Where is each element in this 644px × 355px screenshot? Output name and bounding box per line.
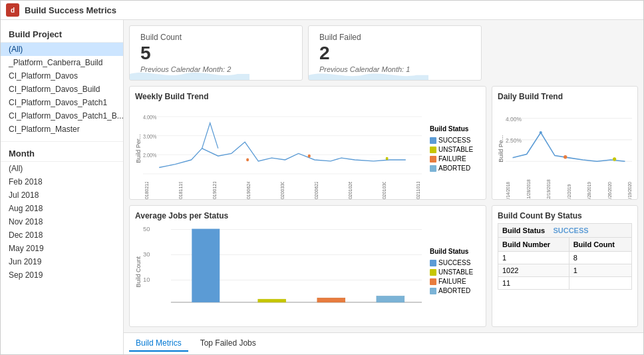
avg-jobs-title: Average Jobs per Status	[135, 211, 480, 220]
avg-legend-aborted: ABORTED	[430, 287, 480, 294]
build-number-header: Build Number	[498, 237, 569, 251]
sidebar-item-month[interactable]: May 2019	[1, 242, 123, 255]
legend-aborted: ABORTED	[430, 165, 480, 172]
sidebar-item-month[interactable]: Sep 2019	[1, 268, 123, 282]
svg-text:4.00%: 4.00%	[506, 116, 522, 123]
months-list: (All)Feb 2018Jul 2018Aug 2018Nov 2018Dec…	[1, 162, 123, 282]
sidebar-item-project[interactable]: CI_Platform_Davos	[1, 69, 123, 83]
avg-jobs-card: Average Jobs per Status Build Count	[129, 205, 486, 327]
sidebar-item-project[interactable]: CI_Platform_Davos_Patch1_B...	[1, 109, 123, 123]
avg-legend-failure: FAILURE	[430, 278, 480, 285]
table-row: 11	[498, 276, 632, 289]
daily-y-label: Build Pe...	[498, 104, 504, 194]
build-project-title: Build Project	[1, 25, 123, 43]
sidebar-item-project[interactable]: CI_Platform_Davos_Patch1	[1, 96, 123, 109]
avg-jobs-svg: 10 30 50	[143, 223, 422, 306]
svg-rect-18	[258, 299, 286, 302]
bottom-bar: Build MetricsTop Failed Jobs	[124, 332, 643, 354]
sidebar-divider	[1, 141, 123, 142]
legend-failure: FAILURE	[430, 155, 480, 163]
daily-svg: 2.50% 4.00%	[506, 104, 632, 176]
avg-jobs-legend: Build Status SUCCESS UNSTABLE	[427, 223, 480, 320]
svg-rect-20	[377, 296, 404, 302]
weekly-legend: Build Status SUCCESS UNSTABLE	[427, 104, 480, 194]
month-section: Month (All)Feb 2018Jul 2018Aug 2018Nov 2…	[1, 145, 123, 282]
title-bar: d Build Success Metrics	[1, 1, 643, 20]
charts-area: Weekly Build Trend Build Per...	[124, 86, 643, 332]
svg-point-9	[386, 157, 389, 160]
right-panel: Build Count 5 Previous Calendar Month: 2…	[124, 20, 643, 354]
weekly-svg: 2.00% 3.00% 4.00%	[143, 104, 422, 180]
wave-decoration	[130, 68, 249, 80]
build-count-title: Build Count	[140, 33, 291, 42]
sidebar-item-month[interactable]: Feb 2018	[1, 175, 123, 188]
sidebar-item-project[interactable]: CI_Platform_Davos_Build	[1, 83, 123, 96]
build-count-status-card: Build Count By Status Build Status SUCCE…	[492, 205, 638, 327]
sidebar-item-month[interactable]: Jun 2019	[1, 255, 123, 268]
svg-point-8	[308, 155, 311, 158]
status-header: Build Status SUCCESS	[498, 223, 632, 237]
build-count-card: Build Count 5 Previous Calendar Month: 2	[129, 25, 303, 81]
svg-rect-19	[317, 298, 345, 302]
sidebar-item-month[interactable]: Jul 2018	[1, 188, 123, 202]
svg-rect-17	[192, 228, 220, 302]
svg-point-32	[613, 157, 616, 161]
legend-success: SUCCESS	[430, 137, 480, 144]
sidebar-item-month[interactable]: Aug 2018	[1, 202, 123, 215]
weekly-y-label: Build Per...	[135, 104, 142, 194]
tabs-container: Build MetricsTop Failed Jobs	[129, 336, 263, 352]
svg-text:2.00%: 2.00%	[143, 152, 157, 159]
build-project-section: Build Project (All)_Platform_Canberra_Bu…	[1, 25, 123, 136]
table-row: 10221	[498, 264, 632, 276]
status-table: Build Status SUCCESS Build Number Build …	[498, 223, 632, 290]
month-title: Month	[1, 145, 123, 162]
build-failed-title: Build Failed	[319, 33, 470, 42]
build-failed-card: Build Failed 2 Previous Calendar Month: …	[308, 25, 482, 81]
svg-text:4.00%: 4.00%	[143, 114, 157, 121]
tab[interactable]: Build Metrics	[129, 336, 188, 352]
svg-point-7	[246, 158, 249, 161]
table-row: 18	[498, 251, 632, 264]
wave-decoration-2	[309, 68, 428, 80]
right-charts: Daily Build Trend Build Pe... 2.50% 4.00…	[492, 86, 638, 327]
legend-unstable: UNSTABLE	[430, 146, 480, 153]
tab[interactable]: Top Failed Jobs	[194, 336, 263, 352]
svg-point-30	[540, 131, 542, 134]
svg-point-31	[564, 155, 567, 159]
weekly-chart-card: Weekly Build Trend Build Per...	[129, 86, 486, 200]
sidebar-item-project[interactable]: _Platform_Canberra_Build	[1, 56, 123, 69]
app-logo: d	[6, 3, 19, 17]
left-charts: Weekly Build Trend Build Per...	[129, 86, 486, 327]
weekly-chart-area: 2.00% 3.00% 4.00%	[143, 104, 422, 194]
build-failed-value: 2	[319, 43, 470, 64]
sidebar-item-month[interactable]: Dec 2018	[1, 228, 123, 242]
build-count-status-title: Build Count By Status	[498, 211, 632, 220]
avg-jobs-y-label: Build Count	[135, 223, 142, 320]
svg-text:2.50%: 2.50%	[506, 137, 522, 144]
main-content: Build Project (All)_Platform_Canberra_Bu…	[1, 20, 643, 354]
svg-text:50: 50	[143, 226, 150, 232]
status-table-body: 181022111	[498, 251, 632, 289]
sidebar-item-month[interactable]: (All)	[1, 162, 123, 175]
app-container: d Build Success Metrics Build Project (A…	[0, 0, 644, 355]
daily-chart-area: 2.50% 4.00% 2/14/2018	[506, 104, 632, 194]
sidebar-item-month[interactable]: Nov 2018	[1, 215, 123, 228]
avg-legend-unstable: UNSTABLE	[430, 268, 480, 276]
metrics-row: Build Count 5 Previous Calendar Month: 2…	[124, 20, 643, 86]
sidebar-item-project[interactable]: (All)	[1, 43, 123, 56]
weekly-chart-title: Weekly Build Trend	[135, 92, 480, 101]
build-count-value: 5	[140, 43, 291, 64]
daily-chart-card: Daily Build Trend Build Pe... 2.50% 4.00…	[492, 86, 638, 200]
svg-text:10: 10	[143, 276, 150, 283]
sidebar: Build Project (All)_Platform_Canberra_Bu…	[1, 20, 124, 354]
sidebar-item-project[interactable]: CI_Platform_Master	[1, 123, 123, 136]
spacer	[487, 25, 638, 81]
svg-text:3.00%: 3.00%	[143, 133, 157, 140]
avg-jobs-plot: 10 30 50	[143, 223, 422, 320]
svg-text:30: 30	[143, 251, 150, 258]
daily-chart-title: Daily Build Trend	[498, 92, 632, 101]
avg-legend-success: SUCCESS	[430, 259, 480, 266]
app-title: Build Success Metrics	[25, 5, 116, 15]
build-count-header: Build Count	[569, 237, 631, 251]
build-projects-list: (All)_Platform_Canberra_BuildCI_Platform…	[1, 43, 123, 136]
